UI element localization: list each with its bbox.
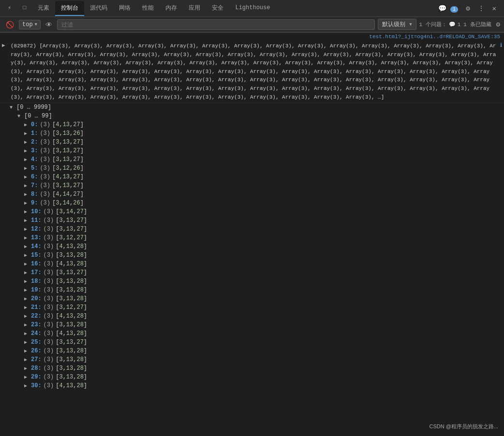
expand-arrow-item[interactable]: ▶ bbox=[24, 139, 31, 145]
expand-arrow-item[interactable]: ▶ bbox=[24, 218, 31, 223]
tab-inspect-icon[interactable]: □ bbox=[17, 1, 32, 15]
expand-arrow-item[interactable]: ▶ bbox=[24, 244, 31, 249]
item-size: (3) bbox=[44, 217, 54, 224]
array-item-row[interactable]: ▶3:(3)[3, 13, 27] bbox=[0, 146, 504, 155]
expand-arrow-item[interactable]: ▶ bbox=[24, 322, 31, 328]
context-selector[interactable]: top ▼ bbox=[19, 20, 41, 29]
expand-arrow-item[interactable]: ▶ bbox=[24, 383, 31, 389]
expand-arrow-item[interactable]: ▶ bbox=[24, 374, 31, 380]
expand-arrow-item[interactable]: ▶ bbox=[24, 191, 31, 197]
expand-arrow-item[interactable]: ▶ bbox=[24, 278, 31, 284]
info-icon[interactable]: ℹ bbox=[500, 42, 502, 48]
expand-arrow-item[interactable]: ▶ bbox=[24, 331, 31, 336]
message-icon[interactable]: 💬 1 bbox=[436, 3, 460, 14]
eye-button[interactable]: 👁 bbox=[44, 20, 54, 29]
expand-arrow-item[interactable]: ▶ bbox=[24, 183, 31, 189]
array-item-row[interactable]: ▶16:(3)[4, 13, 28] bbox=[0, 260, 504, 268]
array-item-row[interactable]: ▶23:(3)[3, 13, 28] bbox=[0, 320, 504, 329]
source-link[interactable]: test.html?_ijt=og4ni..d=RELOAD_ON_SAVE:3… bbox=[369, 34, 502, 40]
array-item-row[interactable]: ▶13:(3)[3, 12, 27] bbox=[0, 233, 504, 242]
tab-security[interactable]: 安全 bbox=[206, 1, 229, 16]
array-item-row[interactable]: ▶9:(3)[3, 14, 26] bbox=[0, 199, 504, 207]
array-item-row[interactable]: ▶29:(3)[3, 13, 28] bbox=[0, 373, 504, 381]
expand-arrow-item[interactable]: ▶ bbox=[24, 296, 31, 302]
expand-arrow-item[interactable]: ▶ bbox=[24, 270, 31, 276]
array-item-row[interactable]: ▶17:(3)[3, 13, 27] bbox=[0, 268, 504, 277]
array-item-row[interactable]: ▶20:(3)[3, 13, 28] bbox=[0, 294, 504, 303]
expand-arrow-item[interactable]: ▶ bbox=[24, 174, 31, 180]
tab-performance[interactable]: 性能 bbox=[136, 1, 160, 16]
tab-memory[interactable]: 内存 bbox=[160, 1, 183, 16]
issues-message-icon[interactable]: 💬 bbox=[449, 21, 456, 28]
expand-arrow-item[interactable]: ▶ bbox=[24, 226, 31, 232]
item-size: (3) bbox=[44, 330, 54, 337]
expand-arrow-item[interactable]: ▶ bbox=[24, 200, 31, 206]
item-size: (3) bbox=[44, 304, 54, 311]
tab-elements-icon[interactable]: ⚡ bbox=[2, 1, 17, 15]
tab-sources[interactable]: 源代码 bbox=[84, 1, 113, 16]
array-item-row[interactable]: ▶24:(3)[4, 13, 28] bbox=[0, 329, 504, 338]
array-item-row[interactable]: ▶14:(3)[4, 13, 28] bbox=[0, 242, 504, 251]
expand-arrow-item[interactable]: ▶ bbox=[24, 131, 31, 136]
expand-arrow-item[interactable]: ▶ bbox=[24, 209, 31, 215]
console-main[interactable]: test.html?_ijt=og4ni..d=RELOAD_ON_SAVE:3… bbox=[0, 32, 504, 436]
array-item-row[interactable]: ▶26:(3)[3, 13, 28] bbox=[0, 347, 504, 355]
message-badge: 1 bbox=[450, 6, 458, 13]
log-level-selector[interactable]: 默认级别 ▼ bbox=[378, 19, 416, 30]
expand-arrow-item[interactable]: ▶ bbox=[24, 252, 31, 258]
array-item-row[interactable]: ▶15:(3)[3, 13, 28] bbox=[0, 251, 504, 260]
tree-root-row[interactable]: [0 … 9999] bbox=[0, 103, 504, 112]
tab-console[interactable]: 控制台 bbox=[55, 1, 84, 16]
tab-application[interactable]: 应用 bbox=[183, 1, 206, 16]
array-item-row[interactable]: ▶2:(3)[3, 13, 27] bbox=[0, 138, 504, 146]
expand-arrow-item[interactable]: ▶ bbox=[24, 261, 31, 267]
expand-arrow-item[interactable]: ▶ bbox=[24, 235, 31, 241]
item-size: (3) bbox=[40, 182, 50, 189]
array-item-row[interactable]: ▶1:(3)[3, 13, 26] bbox=[0, 129, 504, 138]
array-item-row[interactable]: ▶18:(3)[3, 13, 28] bbox=[0, 277, 504, 286]
item-index: 4: bbox=[31, 156, 38, 163]
array-item-row[interactable]: ▶8:(3)[4, 14, 27] bbox=[0, 190, 504, 199]
expand-arrow-item[interactable]: ▶ bbox=[24, 357, 31, 363]
array-item-row[interactable]: ▶28:(3)[3, 13, 28] bbox=[0, 364, 504, 373]
array-item-row[interactable]: ▶5:(3)[3, 12, 26] bbox=[0, 164, 504, 173]
expand-arrow-item[interactable]: ▶ bbox=[24, 365, 31, 371]
array-item-row[interactable]: ▶11:(3)[3, 13, 27] bbox=[0, 216, 504, 225]
array-item-row[interactable]: ▶21:(3)[3, 12, 27] bbox=[0, 303, 504, 312]
expand-arrow-item[interactable]: ▶ bbox=[24, 122, 31, 128]
console-settings-button[interactable]: ⚙ bbox=[496, 20, 500, 29]
expand-arrow-item[interactable]: ▶ bbox=[24, 313, 31, 319]
root-expand-arrow[interactable] bbox=[10, 105, 16, 110]
clear-console-button[interactable]: 🚫 bbox=[4, 20, 16, 29]
array-item-row[interactable]: ▶30:(3)[4, 13, 28] bbox=[0, 381, 504, 390]
filter-input[interactable] bbox=[57, 19, 375, 30]
expand-arrow-item[interactable]: ▶ bbox=[24, 148, 31, 154]
array-item-row[interactable]: ▶7:(3)[3, 13, 27] bbox=[0, 181, 504, 190]
array-item-row[interactable]: ▶0:(3)[4, 13, 27] bbox=[0, 120, 504, 129]
array-item-row[interactable]: ▶6:(3)[4, 13, 27] bbox=[0, 173, 504, 181]
settings-icon[interactable]: ⚙ bbox=[464, 3, 472, 14]
array-item-row[interactable]: ▶4:(3)[3, 13, 27] bbox=[0, 155, 504, 164]
expand-arrow-item[interactable]: ▶ bbox=[24, 165, 31, 171]
expand-arrow-item[interactable]: ▶ bbox=[24, 339, 31, 345]
expand-arrow-item[interactable]: ▶ bbox=[24, 305, 31, 310]
array-item-row[interactable]: ▶10:(3)[3, 14, 27] bbox=[0, 207, 504, 216]
array-item-row[interactable]: ▶12:(3)[3, 13, 27] bbox=[0, 225, 504, 233]
child-expand-arrow[interactable] bbox=[17, 114, 24, 119]
tab-network[interactable]: 网络 bbox=[113, 1, 136, 16]
expand-arrow-item[interactable]: ▶ bbox=[24, 348, 31, 354]
expand-arrow-main[interactable]: ▶ bbox=[2, 42, 9, 48]
array-item-row[interactable]: ▶25:(3)[3, 13, 27] bbox=[0, 338, 504, 347]
tab-lighthouse[interactable]: Lighthouse bbox=[229, 1, 276, 15]
tree-child-row[interactable]: [0 … 99] bbox=[0, 112, 504, 120]
close-icon[interactable]: ✕ bbox=[490, 3, 498, 14]
array-item-row[interactable]: ▶22:(3)[4, 13, 28] bbox=[0, 312, 504, 320]
tab-elements[interactable]: 元素 bbox=[32, 1, 55, 16]
array-item-row[interactable]: ▶27:(3)[3, 13, 28] bbox=[0, 355, 504, 364]
expand-arrow-item[interactable]: ▶ bbox=[24, 157, 31, 162]
expand-arrow-item[interactable]: ▶ bbox=[24, 287, 31, 293]
array-item-row[interactable]: ▶19:(3)[3, 13, 28] bbox=[0, 286, 504, 294]
item-size: (3) bbox=[44, 278, 54, 285]
context-label: top bbox=[22, 21, 33, 28]
more-icon[interactable]: ⋮ bbox=[476, 3, 487, 14]
